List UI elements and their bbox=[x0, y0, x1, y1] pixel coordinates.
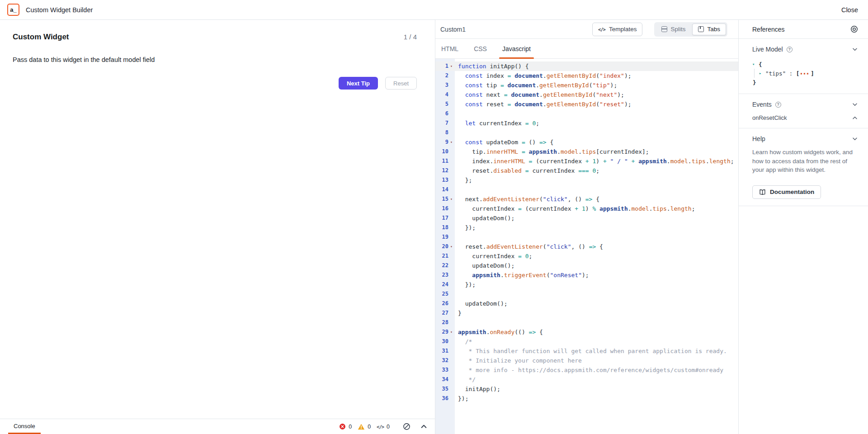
help-chevron-down-icon[interactable] bbox=[852, 136, 858, 142]
code-line[interactable]: 28 bbox=[435, 318, 738, 327]
editor-header: Custom1 </> Templates Splits Tabs bbox=[435, 20, 738, 39]
event-onresetclick[interactable]: onResetClick bbox=[752, 114, 858, 121]
code-line[interactable]: 26 updateDom(); bbox=[435, 299, 738, 308]
code-line[interactable]: 22 updateDom(); bbox=[435, 261, 738, 270]
events-help-icon[interactable] bbox=[775, 102, 781, 108]
live-model-section: Live Model ▾ { ▸ "tips" : [▪▪▪] bbox=[739, 39, 868, 94]
fold-arrow-icon[interactable]: ▾ bbox=[448, 194, 454, 204]
tab-javascript[interactable]: Javascript bbox=[501, 39, 532, 58]
expand-tips-icon[interactable]: ▸ bbox=[759, 71, 765, 75]
fold-arrow-icon[interactable]: ▾ bbox=[448, 137, 454, 147]
line-number: 18 bbox=[442, 223, 448, 232]
help-section: Help Learn how custom widgets work, and … bbox=[739, 128, 868, 206]
collapse-root-icon[interactable]: ▾ bbox=[752, 62, 759, 66]
code-line-text: updateDom(); bbox=[455, 213, 514, 223]
next-tip-button[interactable]: Next Tip bbox=[339, 77, 378, 90]
code-line[interactable]: 15▾ next.addEventListener("click", () =>… bbox=[435, 194, 738, 204]
code-line[interactable]: 8 bbox=[435, 128, 738, 137]
code-line[interactable]: 17 updateDom(); bbox=[435, 213, 738, 223]
open-brace: { bbox=[759, 61, 762, 68]
line-number: 12 bbox=[442, 166, 448, 175]
code-line-text: }); bbox=[455, 280, 476, 289]
code-line-text bbox=[455, 185, 458, 194]
code-line[interactable]: 5 const reset = document.getElementById(… bbox=[435, 99, 738, 109]
documentation-button[interactable]: Documentation bbox=[752, 185, 821, 199]
references-title: References bbox=[752, 26, 785, 33]
code-line[interactable]: 6 bbox=[435, 109, 738, 118]
code-line[interactable]: 25 bbox=[435, 289, 738, 299]
code-line[interactable]: 29▾appsmith.onReady(() => { bbox=[435, 327, 738, 337]
bracket-open: [ bbox=[796, 70, 800, 77]
code-line[interactable]: 36}); bbox=[435, 394, 738, 403]
code-line[interactable]: 34 */ bbox=[435, 375, 738, 384]
code-line[interactable]: 4 const next = document.getElementById("… bbox=[435, 90, 738, 99]
line-number: 35 bbox=[442, 384, 448, 394]
code-lines: 1▾function initApp() {2 const index = do… bbox=[435, 61, 738, 403]
tip-text: Pass data to this widget in the default … bbox=[13, 56, 417, 63]
splits-option[interactable]: Splits bbox=[656, 24, 691, 35]
tab-html[interactable]: HTML bbox=[440, 39, 459, 58]
events-chevron-down-icon[interactable] bbox=[852, 101, 858, 108]
live-model-tree: ▾ { ▸ "tips" : [▪▪▪] } bbox=[752, 60, 858, 87]
code-line[interactable]: 9▾ const updateDom = () => { bbox=[435, 137, 738, 147]
code-line[interactable]: 2 const index = document.getElementById(… bbox=[435, 71, 738, 80]
code-line[interactable]: 33 * more info - https://docs.appsmith.c… bbox=[435, 365, 738, 375]
console-tab[interactable]: Console bbox=[8, 419, 41, 434]
code-line-text: let currentIndex = 0; bbox=[455, 118, 539, 128]
line-number: 3 bbox=[445, 80, 448, 90]
line-number: 22 bbox=[442, 261, 448, 270]
code-line[interactable]: 13 }; bbox=[435, 175, 738, 185]
code-line[interactable]: 3 const tip = document.getElementById("t… bbox=[435, 80, 738, 90]
line-number: 36 bbox=[442, 394, 448, 403]
code-line[interactable]: 16 currentIndex = (currentIndex + 1) % a… bbox=[435, 204, 738, 213]
collapsed-array-dots[interactable]: ▪▪▪ bbox=[800, 71, 810, 75]
code-editor[interactable]: 1▾function initApp() {2 const index = do… bbox=[435, 59, 738, 434]
fold-arrow-icon[interactable]: ▾ bbox=[448, 61, 454, 71]
code-line[interactable]: 24 }); bbox=[435, 280, 738, 289]
event-name: onResetClick bbox=[752, 114, 787, 121]
tab-css[interactable]: CSS bbox=[473, 39, 488, 58]
appsmith-logo-icon: a_ bbox=[7, 4, 19, 16]
code-line[interactable]: 11 index.innerHTML = (currentIndex + 1) … bbox=[435, 156, 738, 166]
code-line[interactable]: 31 * This handler function will get call… bbox=[435, 346, 738, 356]
code-line[interactable]: 19 bbox=[435, 232, 738, 242]
custom-widget-builder-window: a_ Custom Widget Builder Close Custom Wi… bbox=[0, 0, 868, 434]
live-model-chevron-down-icon[interactable] bbox=[852, 46, 858, 52]
widget-preview-panel: Custom Widget 1 / 4 Pass data to this wi… bbox=[0, 20, 435, 434]
help-title: Help bbox=[752, 135, 765, 142]
code-line-text: reset.addEventListener("click", () => { bbox=[455, 242, 603, 251]
code-line[interactable]: 27} bbox=[435, 308, 738, 318]
code-line[interactable]: 32 * Initialize your component here bbox=[435, 356, 738, 365]
tabs-option[interactable]: Tabs bbox=[692, 24, 726, 35]
code-line[interactable]: 21 currentIndex = 0; bbox=[435, 251, 738, 261]
code-line[interactable]: 35 initApp(); bbox=[435, 384, 738, 394]
line-number: 34 bbox=[442, 375, 448, 384]
live-model-title: Live Model bbox=[752, 46, 783, 53]
collapse-console-icon[interactable] bbox=[420, 423, 427, 430]
code-line[interactable]: 7 let currentIndex = 0; bbox=[435, 118, 738, 128]
splits-label: Splits bbox=[670, 26, 685, 33]
code-line-text bbox=[455, 232, 458, 242]
warning-icon bbox=[358, 424, 365, 430]
code-line[interactable]: 14 bbox=[435, 185, 738, 194]
fold-arrow-icon[interactable]: ▾ bbox=[448, 327, 454, 337]
code-line[interactable]: 12 reset.disabled = currentIndex === 0; bbox=[435, 166, 738, 175]
code-line[interactable]: 20▾ reset.addEventListener("click", () =… bbox=[435, 242, 738, 251]
templates-button[interactable]: </> Templates bbox=[592, 23, 643, 36]
line-number: 33 bbox=[442, 365, 448, 375]
reset-button[interactable]: Reset bbox=[385, 77, 417, 90]
code-line[interactable]: 1▾function initApp() { bbox=[435, 61, 738, 71]
code-line[interactable]: 30 /* bbox=[435, 337, 738, 346]
fold-arrow-icon[interactable]: ▾ bbox=[448, 242, 454, 251]
toggle-references-icon[interactable] bbox=[850, 25, 858, 33]
clear-console-icon[interactable] bbox=[403, 423, 410, 430]
code-line[interactable]: 10 tip.innerHTML = appsmith.model.tips[c… bbox=[435, 147, 738, 156]
close-button[interactable]: Close bbox=[841, 6, 858, 14]
code-line[interactable]: 23 appsmith.triggerEvent("onReset"); bbox=[435, 270, 738, 280]
code-line[interactable]: 18 }); bbox=[435, 223, 738, 232]
references-panel: References Live Model ▾ { bbox=[739, 20, 868, 434]
live-model-help-icon[interactable] bbox=[787, 47, 793, 52]
event-chevron-up-icon[interactable] bbox=[852, 115, 858, 121]
line-number: 15 bbox=[442, 194, 448, 204]
code-line-text: }); bbox=[455, 223, 476, 232]
